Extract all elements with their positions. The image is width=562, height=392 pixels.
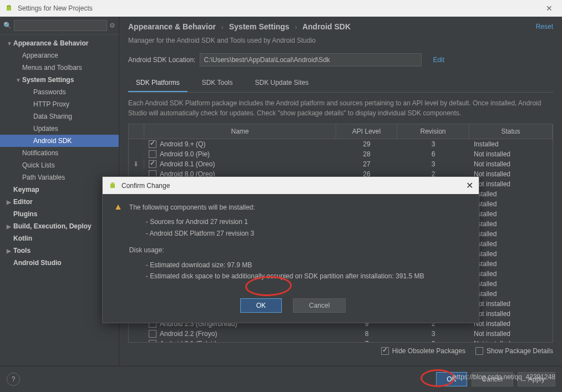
- sidebar-item-http-proxy[interactable]: HTTP Proxy: [0, 98, 119, 110]
- dialog-cancel-button[interactable]: Cancel: [293, 298, 346, 313]
- row-status: nstalled: [469, 259, 553, 268]
- checkbox-icon: [475, 347, 483, 355]
- sidebar-item-appearance[interactable]: Appearance: [0, 49, 119, 62]
- sidebar-item-android-sdk[interactable]: Android SDK: [0, 135, 119, 147]
- sidebar-item-label: Plugins: [13, 210, 37, 218]
- sidebar-item-label: Android Studio: [13, 259, 62, 267]
- table-row[interactable]: Android 9.0 (Pie)286Not installed: [129, 149, 553, 159]
- tree-arrow-icon: ▶: [7, 223, 13, 230]
- row-api: 28: [336, 150, 397, 159]
- reset-link[interactable]: Reset: [536, 23, 553, 30]
- dialog-disk-label: Disk usage:: [129, 245, 468, 256]
- sidebar-item-label: Notifications: [22, 149, 58, 157]
- col-status[interactable]: Status: [469, 124, 553, 139]
- col-api[interactable]: API Level: [336, 124, 397, 139]
- confirm-dialog: Confirm Change ✕ ▲ The following compone…: [102, 176, 479, 323]
- dialog-message: The following components will be install…: [129, 202, 468, 287]
- row-name: Android 9.+ (Q): [160, 140, 205, 148]
- sidebar-item-appearance-behavior[interactable]: ▼Appearance & Behavior: [0, 37, 119, 49]
- sidebar-item-build-execution-deployment[interactable]: ▶Build, Execution, Deploy: [0, 220, 119, 232]
- sidebar-item-label: Keymap: [13, 186, 39, 194]
- checkbox-icon[interactable]: [149, 160, 156, 168]
- sidebar-item-label: Appearance: [22, 52, 58, 59]
- table-row[interactable]: Android 2.1 (Eclair)73Not installed: [129, 339, 553, 342]
- row-api: 8: [336, 329, 397, 338]
- window-close-button[interactable]: ✕: [541, 4, 558, 13]
- sidebar-item-plugins[interactable]: Plugins: [0, 208, 119, 220]
- table-row[interactable]: Android 2.2 (Froyo)83Not installed: [129, 329, 553, 339]
- android-logo-icon: [108, 181, 117, 190]
- row-status: Not installed: [469, 309, 553, 318]
- row-status: nstalled: [469, 190, 553, 198]
- dialog-ok-button[interactable]: OK: [240, 298, 282, 313]
- search-icon: 🔍: [3, 22, 12, 29]
- sidebar-item-keymap[interactable]: Keymap: [0, 184, 119, 196]
- tab-sdk-platforms[interactable]: SDK Platforms: [128, 74, 188, 92]
- download-icon: ⬇: [133, 160, 139, 168]
- sidebar-item-passwords[interactable]: Passwords: [0, 86, 119, 98]
- checkbox-icon[interactable]: [149, 340, 156, 342]
- watermark: https://blog.csdn.net/qq_42391248: [453, 373, 555, 381]
- table-row[interactable]: ⬇Android 8.1 (Oreo)273Not installed: [129, 159, 553, 169]
- row-status: Installed: [469, 140, 553, 149]
- row-status: nstalled: [469, 230, 553, 238]
- tab-sdk-tools[interactable]: SDK Tools: [194, 74, 241, 92]
- checkbox-icon[interactable]: [149, 150, 156, 158]
- sidebar-item-notifications[interactable]: Notifications: [0, 147, 119, 159]
- col-rev[interactable]: Revision: [397, 124, 469, 139]
- row-rev: 6: [397, 150, 469, 159]
- row-status: nstalled: [469, 289, 553, 298]
- checkbox-icon[interactable]: [149, 330, 156, 338]
- row-name: Android 2.2 (Froyo): [160, 330, 217, 338]
- hide-obsolete-checkbox[interactable]: Hide Obsolete Packages: [381, 347, 465, 355]
- sidebar-item-path-variables[interactable]: Path Variables: [0, 171, 119, 184]
- row-status: nstalled: [469, 220, 553, 228]
- sidebar-item-label: Appearance & Behavior: [13, 39, 88, 47]
- dialog-item: Android SDK Platform 27 revision 3: [146, 228, 468, 239]
- tree-arrow-icon: ▶: [7, 248, 13, 254]
- sidebar-item-label: Kotlin: [13, 235, 32, 242]
- sdk-location-label: Android SDK Location:: [128, 56, 195, 64]
- dialog-disk-item: Estimated download size: 97.9 MB: [146, 259, 468, 271]
- row-status: nstalled: [469, 240, 553, 248]
- dialog-close-button[interactable]: ✕: [466, 180, 473, 191]
- table-row[interactable]: Android 9.+ (Q)293Installed: [129, 139, 553, 149]
- row-status: Not installed: [469, 319, 553, 328]
- checkbox-icon[interactable]: [149, 140, 156, 148]
- sidebar-item-editor[interactable]: ▶Editor: [0, 196, 119, 208]
- show-details-checkbox[interactable]: Show Package Details: [475, 347, 553, 355]
- edit-link[interactable]: Edit: [433, 56, 444, 64]
- sdk-location-input[interactable]: [200, 53, 422, 67]
- tabs: SDK PlatformsSDK ToolsSDK Update Sites: [128, 74, 553, 93]
- sidebar-item-label: Quick Lists: [22, 161, 55, 169]
- search-input[interactable]: [14, 20, 107, 31]
- row-status: Not installed: [469, 170, 553, 179]
- dialog-disk-item: Estimated disk space to be additionally …: [146, 271, 468, 282]
- sidebar-item-kotlin[interactable]: Kotlin: [0, 232, 119, 245]
- row-name: Android 9.0 (Pie): [160, 150, 210, 158]
- row-status: Not installed: [469, 150, 553, 159]
- tab-sdk-update-sites[interactable]: SDK Update Sites: [247, 74, 317, 92]
- help-button[interactable]: ?: [7, 373, 20, 386]
- svg-point-3: [113, 183, 114, 184]
- sidebar-item-label: Passwords: [33, 88, 66, 96]
- row-rev: 3: [397, 339, 469, 342]
- gear-icon[interactable]: ⚙: [109, 22, 115, 29]
- sidebar-item-label: Updates: [33, 125, 58, 133]
- sidebar-item-tools[interactable]: ▶Tools: [0, 245, 119, 257]
- row-status: nstalled: [469, 250, 553, 258]
- sidebar-item-quick-lists[interactable]: Quick Lists: [0, 159, 119, 171]
- row-status: nstalled: [469, 269, 553, 278]
- chevron-right-icon: ›: [221, 23, 224, 31]
- sidebar-item-menus-and-toolbars[interactable]: Menus and Toolbars: [0, 62, 119, 74]
- row-status: Not installed: [469, 160, 553, 169]
- sidebar-item-data-sharing[interactable]: Data Sharing: [0, 110, 119, 123]
- chevron-right-icon: ›: [295, 23, 297, 31]
- sidebar-item-android-studio[interactable]: Android Studio: [0, 257, 119, 269]
- col-name[interactable]: Name: [144, 124, 336, 139]
- row-rev: 3: [397, 329, 469, 338]
- sidebar-item-system-settings[interactable]: ▼System Settings: [0, 74, 119, 86]
- sidebar-item-updates[interactable]: Updates: [0, 123, 119, 135]
- titlebar: Settings for New Projects ✕: [0, 0, 562, 17]
- checkbox-icon: [381, 347, 389, 355]
